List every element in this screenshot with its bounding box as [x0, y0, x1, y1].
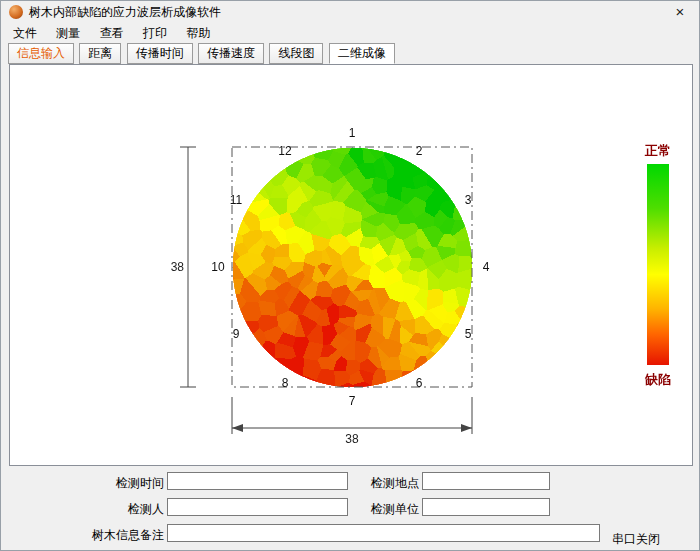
- detection-time-input[interactable]: [167, 472, 348, 490]
- inspector-label: 检测人: [61, 502, 164, 516]
- legend-gradient-bar: [647, 164, 669, 365]
- arrow-right: [461, 424, 472, 432]
- tomogram-image: [232, 147, 472, 387]
- arrow-left: [232, 424, 243, 432]
- sensor-label-7: 7: [349, 394, 356, 408]
- menu-item-print[interactable]: 打印: [135, 23, 175, 43]
- height-dim-label: 38: [158, 260, 184, 274]
- menu-bar: 文件 测量 查看 打印 帮助: [1, 23, 699, 43]
- imaging-canvas: 1 2 3 4 5 6 7 8 9 10 11 12 38 38 正常 缺陷: [9, 64, 693, 466]
- sensor-label-8: 8: [282, 376, 289, 390]
- tab-distance[interactable]: 距离: [79, 43, 121, 64]
- menu-item-measure[interactable]: 测量: [48, 23, 88, 43]
- sensor-label-3: 3: [465, 193, 472, 207]
- serial-status-label: 串口关闭: [612, 531, 660, 548]
- tab-propagation-speed[interactable]: 传播速度: [198, 43, 264, 64]
- sensor-label-10: 10: [211, 260, 224, 274]
- sensor-label-11: 11: [230, 193, 242, 207]
- detection-place-label: 检测地点: [331, 476, 419, 490]
- legend-normal-label: 正常: [638, 142, 678, 160]
- width-dim-label: 38: [340, 432, 364, 446]
- detection-unit-input[interactable]: [422, 498, 550, 516]
- legend-defect-label: 缺陷: [638, 371, 678, 389]
- tab-info-input[interactable]: 信息输入: [8, 43, 74, 64]
- close-button[interactable]: ×: [665, 1, 695, 23]
- inspector-input[interactable]: [167, 498, 348, 516]
- titlebar: 树木内部缺陷的应力波层析成像软件 ×: [1, 1, 699, 23]
- tab-propagation-time[interactable]: 传播时间: [127, 43, 193, 64]
- tab-2d-imaging[interactable]: 二维成像: [329, 43, 395, 64]
- detection-unit-label: 检测单位: [331, 502, 419, 516]
- menu-item-help[interactable]: 帮助: [178, 23, 218, 43]
- sensor-label-6: 6: [416, 376, 423, 390]
- detection-time-label: 检测时间: [61, 476, 164, 490]
- tab-line-chart[interactable]: 线段图: [269, 43, 323, 64]
- sensor-label-5: 5: [465, 327, 472, 341]
- menu-item-file[interactable]: 文件: [5, 23, 45, 43]
- sensor-label-1: 1: [349, 126, 356, 140]
- sensor-label-2: 2: [416, 144, 423, 158]
- app-icon: [9, 5, 23, 19]
- sensor-label-12: 12: [278, 144, 291, 158]
- detection-place-input[interactable]: [422, 472, 550, 490]
- app-window: 树木内部缺陷的应力波层析成像软件 × 文件 测量 查看 打印 帮助 信息输入 距…: [0, 0, 700, 551]
- menu-item-view[interactable]: 查看: [92, 23, 132, 43]
- sensor-label-9: 9: [233, 327, 240, 341]
- window-title: 树木内部缺陷的应力波层析成像软件: [29, 1, 221, 23]
- tree-remark-label: 树木信息备注: [61, 528, 164, 542]
- tree-remark-input[interactable]: [167, 524, 600, 542]
- sensor-label-4: 4: [483, 260, 490, 274]
- tab-bar: 信息输入 距离 传播时间 传播速度 线段图 二维成像: [1, 43, 699, 64]
